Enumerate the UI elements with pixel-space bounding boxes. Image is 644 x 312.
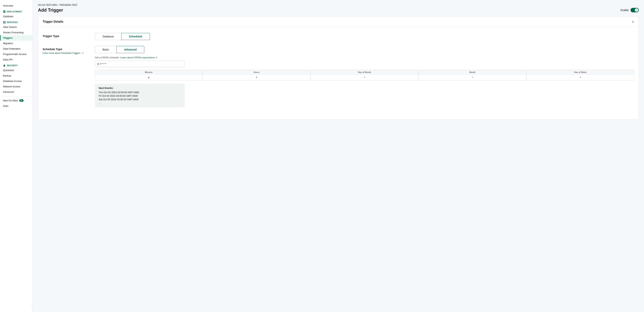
svg-rect-4: [4, 21, 6, 22]
trigger-type-btn-group: Database Scheduled: [95, 33, 634, 40]
sidebar-item-data-federation[interactable]: Data Federation: [0, 46, 32, 52]
sidebar-item-triggers[interactable]: Triggers: [0, 35, 32, 41]
sidebar-item-quickstart[interactable]: Quickstart: [0, 68, 32, 73]
schedule-type-controls: Basic Advanced Set a CRON schedule. Lear…: [95, 46, 634, 107]
schedule-type-link[interactable]: Learn more about Scheduled Triggers. ↗: [42, 52, 95, 55]
main-content: ATLAS-TEST-ORG › TRIGGERS-TEST Add Trigg…: [33, 0, 644, 312]
new-on-atlas-badge: 9+: [19, 99, 24, 102]
sidebar-item-advanced[interactable]: Advanced: [0, 89, 32, 95]
next-event-0: Thu Oct 03 2024 03:00:00 GMT-0400: [99, 91, 181, 94]
svg-rect-7: [4, 65, 5, 67]
stack-icon: [3, 10, 6, 13]
next-events-ellipsis: ...: [99, 102, 181, 104]
schedule-type-basic-btn[interactable]: Basic: [95, 46, 116, 53]
sidebar-item-migration[interactable]: Migration: [0, 41, 32, 46]
sidebar-item-goto[interactable]: Goto: [0, 103, 32, 109]
cron-label: Set a CRON schedule. Learn about CRON ex…: [95, 56, 634, 59]
cron-field-hours: Hours: [203, 70, 310, 81]
sidebar-item-stream-processing[interactable]: Stream Processing: [0, 30, 32, 35]
cron-day-of-month-input[interactable]: [311, 75, 418, 81]
sidebar-item-backup[interactable]: Backup: [0, 73, 32, 78]
cron-input[interactable]: [95, 61, 185, 67]
next-events-panel: Next Events: Thu Oct 03 2024 03:00:00 GM…: [95, 84, 185, 107]
cron-field-day-of-month: Day of Month: [311, 70, 418, 81]
svg-rect-1: [3, 12, 6, 12]
enable-label: Enable: [620, 9, 629, 12]
breadcrumb: ATLAS-TEST-ORG › TRIGGERS-TEST: [38, 4, 639, 6]
card-collapse-icon[interactable]: ∨: [632, 20, 634, 24]
next-events-title: Next Events:: [99, 87, 181, 89]
cron-hours-input[interactable]: [203, 75, 310, 81]
svg-rect-5: [3, 23, 4, 23]
sidebar-item-database[interactable]: Database: [0, 14, 32, 19]
schedule-type-label-col: Schedule Type Learn more about Scheduled…: [42, 46, 95, 55]
trigger-type-label: Trigger Type: [42, 35, 95, 38]
sidebar-item-programmatic-access[interactable]: Programmatic Access: [0, 52, 32, 57]
schedule-type-label: Schedule Type: [42, 48, 95, 51]
enable-toggle-switch[interactable]: [630, 8, 639, 12]
sidebar-divider: [0, 96, 32, 96]
trigger-details-card: Trigger Details ∨ Trigger Type Database …: [38, 17, 639, 120]
sidebar-security-section: SECURITY: [0, 62, 32, 68]
sidebar: Overview DEPLOYMENT Database SERVICES At…: [0, 0, 33, 312]
sidebar-item-atlas-search[interactable]: Atlas Search: [0, 24, 32, 30]
schedule-type-row: Schedule Type Learn more about Scheduled…: [42, 46, 634, 107]
schedule-type-advanced-btn[interactable]: Advanced: [116, 46, 144, 53]
cron-minutes-input[interactable]: [95, 75, 202, 81]
cron-field-day-of-week: Day of Week: [527, 70, 634, 81]
sidebar-item-overview[interactable]: Overview: [0, 3, 32, 9]
grid-icon: [3, 21, 6, 24]
svg-rect-3: [3, 21, 4, 22]
cron-day-of-week-input[interactable]: [527, 75, 634, 81]
enable-toggle-container: Enable: [620, 8, 639, 12]
breadcrumb-page[interactable]: TRIGGERS-TEST: [59, 4, 77, 6]
trigger-type-database-btn[interactable]: Database: [95, 33, 122, 40]
breadcrumb-org[interactable]: ATLAS-TEST-ORG: [38, 4, 57, 6]
schedule-type-btn-group: Basic Advanced: [95, 46, 634, 53]
page-header: Add Trigger Enable: [38, 8, 639, 13]
card-header: Trigger Details ∨: [38, 17, 638, 27]
cron-month-input[interactable]: [418, 75, 526, 81]
next-event-1: Fri Oct 04 2024 03:00:00 GMT-0400: [99, 95, 181, 97]
next-event-2: Sat Oct 05 2024 03:00:00 GMT-0400: [99, 98, 181, 101]
external-link-icon: ↗: [82, 52, 84, 55]
sidebar-item-new-on-atlas[interactable]: New On Atlas 9+: [0, 98, 32, 103]
svg-rect-6: [4, 23, 6, 23]
card-title: Trigger Details: [42, 20, 63, 23]
sidebar-item-database-access[interactable]: Database Access: [0, 78, 32, 84]
trigger-type-scheduled-btn[interactable]: Scheduled: [121, 33, 150, 40]
sidebar-services-section: SERVICES: [0, 19, 32, 24]
cron-link-external-icon: ↗: [155, 56, 157, 59]
page-title: Add Trigger: [38, 8, 63, 13]
sidebar-collapse-button[interactable]: ‹: [30, 304, 33, 308]
toggle-knob: [635, 9, 638, 12]
sidebar-item-data-api[interactable]: Data API: [0, 57, 32, 62]
trigger-type-label-col: Trigger Type: [42, 33, 95, 38]
cron-field-minutes: Minutes: [95, 70, 202, 81]
lock-icon: [3, 64, 6, 67]
breadcrumb-separator: ›: [58, 4, 58, 6]
cron-field-month: Month: [418, 70, 526, 81]
svg-rect-0: [3, 11, 6, 11]
trigger-type-row: Trigger Type Database Scheduled: [42, 33, 634, 40]
card-body: Trigger Type Database Scheduled Schedule…: [38, 27, 638, 119]
sidebar-deployment-section: DEPLOYMENT: [0, 9, 32, 14]
cron-fields-container: Minutes Hours Day of Month Month: [95, 70, 634, 81]
trigger-type-controls: Database Scheduled: [95, 33, 634, 40]
sidebar-item-network-access[interactable]: Network Access: [0, 84, 32, 89]
cron-expressions-link[interactable]: Learn about CRON expressions ↗: [120, 56, 157, 59]
sidebar-overview-label: Overview: [3, 4, 13, 7]
svg-rect-2: [3, 12, 6, 13]
